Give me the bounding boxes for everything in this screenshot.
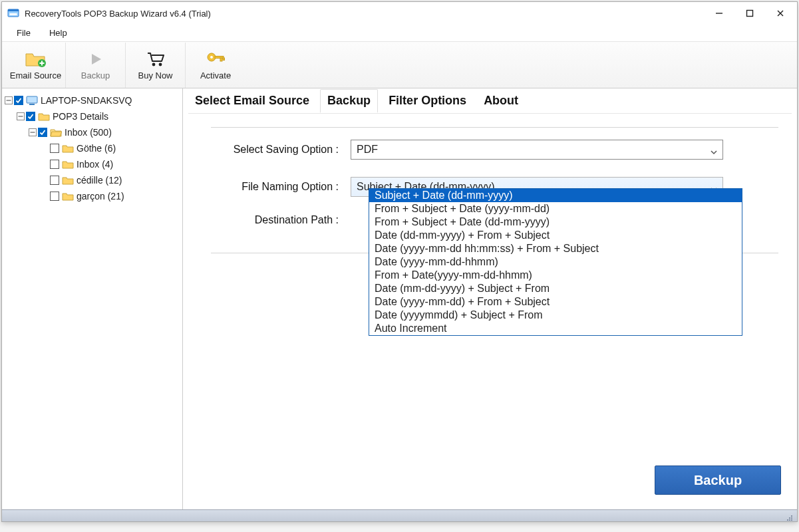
- tree-child-label: garçon (21): [77, 191, 124, 201]
- checkbox[interactable]: [14, 96, 23, 105]
- dropdown-option[interactable]: From + Subject + Date (yyyy-mm-dd): [369, 202, 742, 215]
- folder-tree: LAPTOP-SNDAKSVQ POP3 Details Inbox (500)…: [2, 88, 183, 509]
- collapse-icon[interactable]: [29, 128, 37, 136]
- svg-rect-20: [27, 96, 37, 103]
- maximize-button[interactable]: [734, 2, 765, 25]
- dropdown-option[interactable]: Date (yyyy-mm-dd hh:mm:ss) + From + Subj…: [369, 242, 742, 255]
- saving-option-row: Select Saving Option : PDF: [211, 140, 778, 160]
- tree-inbox-label: Inbox (500): [65, 127, 112, 138]
- saving-option-select[interactable]: PDF: [351, 140, 723, 160]
- leaf-spacer: [41, 176, 49, 184]
- close-button[interactable]: [765, 2, 796, 25]
- resize-grip-icon[interactable]: [785, 512, 793, 520]
- backup-button-label: Backup: [694, 473, 742, 488]
- tab-filter-options[interactable]: Filter Options: [382, 90, 473, 112]
- menu-help[interactable]: Help: [40, 26, 77, 40]
- main-panel: Select Email Source Backup Filter Option…: [183, 88, 797, 509]
- dropdown-option[interactable]: Date (mm-dd-yyyy) + Subject + From: [369, 282, 742, 295]
- toolbar-email-source-label: Email Source: [10, 70, 61, 80]
- toolbar-activate-label: Activate: [200, 70, 231, 80]
- tree-child-label: Inbox (4): [77, 159, 113, 170]
- titlebar: RecoveryTools POP3 Backup Wizard v6.4 (T…: [2, 2, 797, 25]
- toolbar-buy-now-label: Buy Now: [138, 70, 172, 80]
- tab-backup[interactable]: Backup: [320, 89, 378, 113]
- leaf-spacer: [41, 192, 49, 200]
- tree-pop3-label: POP3 Details: [53, 111, 108, 122]
- svg-point-31: [791, 515, 792, 517]
- dropdown-option[interactable]: Date (yyyy-mm-dd-hhmm): [369, 255, 742, 269]
- dropdown-option[interactable]: Date (dd-mm-yyyy) + From + Subject: [369, 229, 742, 242]
- dropdown-option[interactable]: Auto Increment: [369, 322, 742, 335]
- toolbar-email-source[interactable]: Email Source: [6, 43, 66, 88]
- leaf-spacer: [41, 144, 49, 152]
- toolbar-backup-label: Backup: [81, 70, 110, 80]
- saving-option-value: PDF: [357, 144, 378, 156]
- checkbox[interactable]: [50, 192, 59, 201]
- svg-point-11: [152, 63, 155, 66]
- toolbar-activate[interactable]: Activate: [186, 43, 245, 88]
- leaf-spacer: [41, 160, 49, 168]
- tree-root[interactable]: LAPTOP-SNDAKSVQ: [2, 92, 182, 108]
- tree-child[interactable]: Inbox (4): [2, 156, 182, 172]
- dropdown-option[interactable]: From + Date(yyyy-mm-dd-hhmm): [369, 269, 742, 282]
- tab-select-email-source[interactable]: Select Email Source: [188, 90, 316, 112]
- folder-add-icon: [25, 49, 47, 69]
- svg-point-30: [789, 517, 790, 519]
- svg-point-27: [789, 519, 790, 521]
- folder-icon: [38, 111, 50, 122]
- naming-option-label: File Naming Option :: [211, 181, 351, 193]
- checkbox[interactable]: [50, 160, 59, 169]
- tree-pop3[interactable]: POP3 Details: [2, 108, 182, 124]
- svg-marker-10: [92, 54, 101, 65]
- tree-inbox[interactable]: Inbox (500): [2, 124, 182, 140]
- tree-child[interactable]: Göthe (6): [2, 140, 182, 156]
- window-title: RecoveryTools POP3 Backup Wizard v6.4 (T…: [25, 9, 211, 19]
- svg-rect-1: [8, 9, 19, 11]
- svg-point-28: [791, 517, 792, 519]
- svg-rect-17: [223, 58, 225, 61]
- statusbar: [2, 509, 797, 521]
- tab-bar: Select Email Source Backup Filter Option…: [188, 88, 792, 114]
- collapse-icon[interactable]: [5, 96, 13, 104]
- svg-point-29: [787, 519, 788, 521]
- checkbox[interactable]: [50, 144, 59, 153]
- checkbox[interactable]: [26, 112, 35, 121]
- tree-child[interactable]: garçon (21): [2, 188, 182, 204]
- svg-rect-21: [29, 104, 35, 105]
- folder-icon: [62, 191, 74, 201]
- dropdown-option[interactable]: Date (yyyymmdd) + Subject + From: [369, 309, 742, 322]
- chevron-down-icon: [711, 146, 717, 153]
- svg-point-26: [791, 519, 792, 521]
- cart-icon: [144, 49, 167, 69]
- tree-child[interactable]: cédille (12): [2, 172, 182, 188]
- svg-point-14: [210, 56, 213, 59]
- computer-icon: [26, 95, 38, 106]
- dropdown-option[interactable]: From + Subject + Date (dd-mm-yyyy): [369, 215, 742, 229]
- toolbar: Email Source Backup Buy Now Activate: [2, 42, 797, 88]
- tree-root-label: LAPTOP-SNDAKSVQ: [41, 95, 132, 106]
- collapse-icon[interactable]: [17, 112, 25, 120]
- folder-open-icon: [50, 127, 62, 138]
- checkbox[interactable]: [38, 128, 47, 137]
- play-icon: [84, 49, 107, 69]
- naming-option-dropdown: Subject + Date (dd-mm-yyyy) From + Subje…: [369, 188, 742, 336]
- folder-icon: [62, 175, 74, 186]
- minimize-button[interactable]: [704, 2, 734, 25]
- toolbar-backup[interactable]: Backup: [66, 43, 126, 88]
- body: LAPTOP-SNDAKSVQ POP3 Details Inbox (500)…: [2, 88, 797, 509]
- folder-icon: [62, 143, 74, 154]
- checkbox[interactable]: [50, 176, 59, 185]
- destination-path-label: Destination Path :: [211, 214, 351, 226]
- menubar: File Help: [2, 25, 797, 42]
- toolbar-buy-now[interactable]: Buy Now: [126, 43, 186, 88]
- menu-file[interactable]: File: [7, 26, 40, 40]
- dropdown-option[interactable]: Subject + Date (dd-mm-yyyy): [369, 189, 742, 202]
- tab-about[interactable]: About: [477, 90, 525, 112]
- dropdown-option[interactable]: Date (yyyy-mm-dd) + From + Subject: [369, 295, 742, 309]
- svg-point-12: [158, 63, 162, 66]
- key-icon: [204, 49, 227, 69]
- separator: [211, 127, 778, 128]
- backup-button[interactable]: Backup: [655, 466, 781, 495]
- main-window: RecoveryTools POP3 Backup Wizard v6.4 (T…: [1, 1, 798, 522]
- folder-icon: [62, 159, 74, 170]
